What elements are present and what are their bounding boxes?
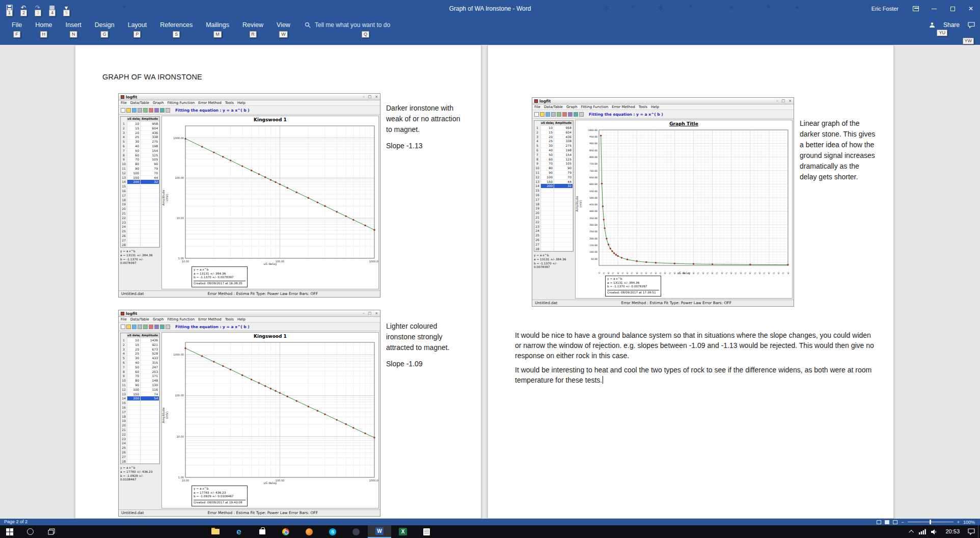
table-row: 16 — [121, 189, 159, 194]
figure-darker-ironstone-loglog[interactable]: logfit–□×FileData/TableGraphFitting Func… — [118, 93, 380, 298]
web-layout-icon[interactable] — [893, 520, 897, 524]
cell-x: 40 — [127, 144, 141, 149]
tell-me-box[interactable]: Tell me what you want to do Q — [305, 17, 390, 33]
table-row: 22 — [121, 433, 159, 437]
cell-y — [554, 206, 573, 211]
speaker-icon[interactable] — [931, 529, 937, 535]
toolbar-icon — [540, 112, 545, 117]
cell-x — [541, 220, 554, 225]
cell-x: 25 — [541, 139, 554, 144]
table-row: 1315074 — [121, 392, 159, 397]
tab-insert[interactable]: InsertN — [59, 17, 88, 33]
zoom-level[interactable]: 100% — [963, 520, 975, 525]
taskbar-file-explorer[interactable] — [204, 525, 227, 538]
read-mode-icon[interactable] — [877, 520, 881, 524]
action-center-icon[interactable] — [968, 528, 975, 535]
taskbar-steam[interactable] — [344, 525, 368, 538]
toolbar-icon — [579, 112, 584, 117]
data-panel: uS delayAmplitude11014362159213206734255… — [120, 332, 160, 508]
cell-x: 200 — [127, 396, 141, 401]
zoom-slider-thumb[interactable] — [930, 520, 931, 524]
figure-lighter-ironstone-loglog[interactable]: logfit–□×FileData/TableGraphFitting Func… — [118, 310, 380, 517]
fit-result-box: y = a x^ba = 13131 +/- 384.36b = -1.1370… — [605, 276, 661, 297]
tab-view[interactable]: ViewW — [270, 17, 297, 33]
comments-icon[interactable] — [968, 22, 975, 29]
row-index: 12 — [121, 171, 127, 176]
cell-x — [541, 247, 554, 252]
toolbar-icon — [149, 108, 153, 113]
table-row: 28 — [121, 243, 159, 248]
table-row: 24 — [534, 229, 573, 233]
keytip-design: G — [101, 31, 108, 38]
header-x: uS delay — [127, 117, 141, 122]
header-x: uS delay — [541, 121, 554, 126]
tab-review[interactable]: ReviewR — [236, 17, 270, 33]
row-index: 20 — [121, 423, 127, 428]
row-index: 25 — [534, 233, 541, 238]
row-index: 15 — [121, 401, 127, 406]
network-icon[interactable] — [919, 529, 926, 534]
cell-y — [554, 202, 573, 207]
figure-darker-ironstone-linear[interactable]: logfit–□×FileData/TableGraphFitting Func… — [532, 97, 794, 307]
keytip-share: YU — [937, 30, 947, 36]
print-layout-icon[interactable] — [885, 520, 889, 524]
tab-mailings[interactable]: MailingsM — [199, 17, 236, 33]
caption-fig2-text: Lighter coloured ironstone strongly attr… — [386, 321, 464, 353]
cell-x: 50 — [127, 365, 141, 370]
row-index: 25 — [121, 229, 127, 234]
chrome-icon — [282, 528, 289, 535]
cell-x: 30 — [541, 144, 554, 148]
svg-text:650.00: 650.00 — [589, 176, 597, 179]
row-index: 3 — [121, 347, 127, 352]
table-row: 26 — [121, 234, 159, 238]
page-indicator[interactable]: Page 2 of 2 — [4, 519, 28, 525]
cell-x — [127, 184, 141, 189]
taskbar-edge[interactable]: e — [227, 525, 251, 538]
cortana-button[interactable] — [19, 525, 41, 538]
close-button[interactable]: ✕ — [962, 0, 980, 17]
clock[interactable]: 20:53 — [942, 525, 963, 538]
toolbar-icon — [121, 325, 125, 329]
table-row: 119079 — [534, 171, 573, 175]
toolbar-icon — [143, 108, 148, 113]
zoom-out-button[interactable]: − — [901, 520, 904, 525]
taskbar-chrome[interactable] — [274, 525, 297, 538]
row-index: 20 — [121, 207, 127, 211]
fitting-equation-label: Fitting the equation : y = a x^( b ) — [589, 112, 663, 117]
taskbar-notepad[interactable] — [415, 525, 438, 538]
taskbar-store[interactable] — [251, 525, 274, 538]
tab-references[interactable]: ReferencesS — [153, 17, 199, 33]
menu-graph: Graph — [566, 105, 577, 109]
maximize-button[interactable] — [943, 0, 962, 17]
system-tray: 20:53 — [910, 525, 975, 538]
cell-y — [141, 243, 159, 248]
row-index: 11 — [121, 383, 127, 388]
zoom-in-button[interactable]: + — [957, 520, 960, 525]
tab-home[interactable]: HomeH — [29, 17, 59, 33]
minimize-button[interactable] — [925, 0, 943, 17]
taskbar-word-active[interactable]: W — [368, 525, 391, 538]
app-status-bar: Untitled.datError Method : Estima Fit Ty… — [119, 290, 380, 297]
ribbon-display-options-icon[interactable] — [907, 0, 925, 17]
row-index: 7 — [121, 149, 127, 153]
tab-file[interactable]: FileF — [5, 17, 29, 33]
cell-y: 125 — [554, 157, 573, 162]
task-view-button[interactable] — [41, 525, 62, 538]
app-minimize-icon: – — [363, 95, 365, 99]
cell-x: 10 — [127, 338, 141, 343]
account-name[interactable]: Eric Foster — [872, 6, 899, 12]
start-button[interactable] — [0, 525, 19, 538]
zoom-slider[interactable] — [908, 522, 954, 522]
tab-layout[interactable]: LayoutP — [121, 17, 154, 33]
app-window-title-bar: logfit–□× — [119, 310, 380, 317]
show-desktop-strip[interactable] — [978, 525, 980, 538]
hidden-icons-chevron[interactable] — [909, 530, 914, 535]
tab-design[interactable]: DesignG — [88, 17, 121, 33]
header-y: Amplitude — [554, 121, 573, 126]
share-button[interactable]: Share — [943, 21, 960, 29]
firefox-icon — [306, 528, 313, 535]
taskbar-firefox[interactable] — [297, 525, 321, 538]
taskbar-skype[interactable]: S — [321, 525, 344, 538]
taskbar-excel[interactable]: X — [391, 525, 415, 538]
row-index: 22 — [534, 220, 541, 225]
